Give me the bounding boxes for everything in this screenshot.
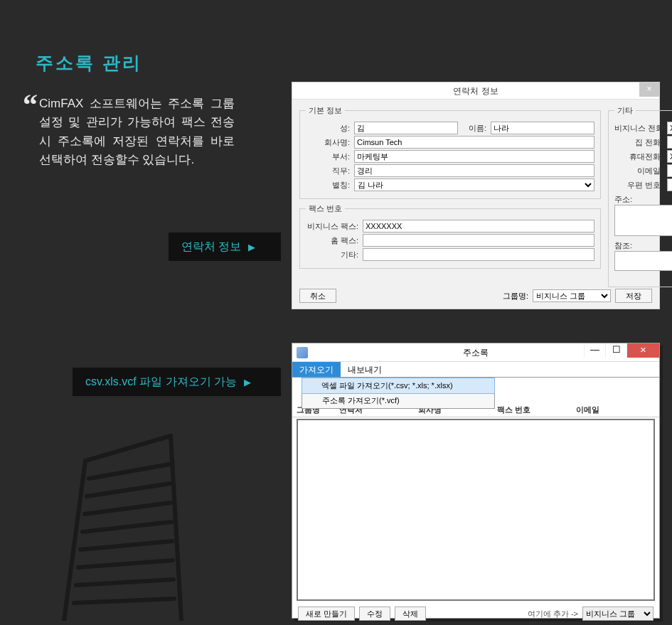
save-button[interactable]: 저장 — [615, 289, 652, 303]
ref-textarea[interactable] — [614, 251, 672, 271]
other-fax-label: 기타: — [306, 250, 358, 260]
address-label: 주소: — [614, 195, 632, 203]
window-titlebar: 주소록 — ☐ × — [292, 343, 659, 362]
fax-legend: 팩스 번호 — [306, 203, 345, 214]
biz-fax-label: 비지니스 팩스: — [306, 221, 358, 232]
maximize-button[interactable]: ☐ — [605, 343, 626, 358]
position-label: 직무: — [306, 166, 350, 176]
contact-info-label-bar: 연락처 정보 ▶ — [169, 233, 281, 261]
header-email: 이메일 — [576, 405, 655, 415]
address-textarea[interactable] — [614, 205, 672, 236]
fax-fieldset: 팩스 번호 비지니스 팩스: 홈 팩스: 기타: — [299, 203, 601, 269]
svg-line-4 — [80, 541, 172, 550]
other-fieldset: 기타 비지니스 전화: 집 전화: 휴대전화: 이메일: — [608, 105, 672, 287]
header-fax: 팩스 번호 — [497, 405, 576, 415]
dropdown-item-excel[interactable]: 엑셀 파일 가져오기(*.csv; *.xls; *.xlsx) — [302, 378, 495, 394]
svg-line-3 — [82, 522, 171, 532]
home-phone-input[interactable] — [667, 136, 672, 149]
quote-icon: “ — [23, 87, 38, 122]
address-list[interactable] — [297, 419, 655, 601]
import-file-label: csv.xls.vcf 파일 가져오기 가능 — [85, 375, 237, 390]
svg-line-5 — [78, 560, 173, 567]
import-file-label-bar: csv.xls.vcf 파일 가져오기 가능 ▶ — [73, 368, 281, 396]
dept-input[interactable] — [354, 150, 594, 163]
svg-line-6 — [76, 579, 174, 585]
biz-fax-input[interactable] — [363, 220, 594, 233]
address-book-window: 주소록 — ☐ × 가져오기 내보내기 엑셀 파일 가져오기(*.csv; *.… — [292, 343, 660, 619]
window-title: 주소록 — [463, 348, 489, 358]
dropdown-item-vcf[interactable]: 주소록 가져오기(*.vcf) — [302, 393, 494, 408]
basic-info-legend: 기본 정보 — [306, 105, 345, 116]
app-icon — [297, 347, 308, 358]
svg-line-2 — [85, 503, 171, 514]
triangle-icon: ▶ — [244, 377, 251, 388]
menu-import[interactable]: 가져오기 — [292, 362, 341, 377]
window-footer: 새로 만들기 수정 삭제 여기에 추가 -> 비지니스 그룹 — [292, 604, 659, 624]
svg-line-0 — [89, 464, 169, 479]
zip-input[interactable] — [667, 178, 672, 191]
name-label: 이름: — [458, 123, 486, 134]
email-input[interactable] — [667, 164, 672, 177]
alias-label: 별칭: — [306, 180, 350, 191]
footer-group-select[interactable]: 비지니스 그룹 — [582, 607, 654, 621]
delete-button[interactable]: 삭제 — [395, 607, 426, 621]
page-title: 주소록 관리 — [36, 51, 142, 75]
mobile-label: 휴대전화: — [614, 151, 663, 162]
name-input[interactable] — [491, 122, 594, 134]
biz-phone-label: 비지니스 전화: — [614, 123, 663, 134]
basic-info-fieldset: 기본 정보 성: 이름: 회사명: 부서: 직무: — [299, 105, 601, 199]
dialog-titlebar: 연락처 정보 × — [292, 82, 659, 100]
building-illustration — [43, 432, 199, 621]
import-dropdown: 엑셀 파일 가져오기(*.csv; *.xls; *.xlsx) 주소록 가져오… — [302, 378, 495, 409]
biz-phone-input[interactable] — [667, 122, 672, 134]
page-description: CimFAX 소프트웨어는 주소록 그룹 설정 및 관리가 가능하여 팩스 전송… — [39, 95, 235, 169]
contact-info-label: 연락처 정보 — [181, 240, 241, 255]
close-button[interactable]: × — [626, 343, 659, 358]
position-input[interactable] — [354, 164, 594, 177]
new-button[interactable]: 새로 만들기 — [298, 607, 355, 621]
add-here-label: 여기에 추가 -> — [528, 609, 578, 619]
company-label: 회사명: — [306, 137, 350, 148]
edit-button[interactable]: 수정 — [359, 607, 390, 621]
email-label: 이메일: — [614, 166, 663, 176]
menu-bar: 가져오기 내보내기 — [292, 362, 659, 378]
group-select[interactable]: 비지니스 그룹 — [533, 289, 611, 302]
close-button[interactable]: × — [639, 82, 659, 97]
contact-info-dialog: 연락처 정보 × 기본 정보 성: 이름: 회사명: 부서: — [292, 82, 660, 309]
cancel-button[interactable]: 취소 — [299, 289, 336, 303]
ref-label: 참조: — [614, 241, 632, 250]
surname-input[interactable] — [354, 122, 458, 134]
home-fax-input[interactable] — [363, 234, 594, 247]
surname-label: 성: — [306, 123, 350, 134]
other-fax-input[interactable] — [363, 248, 594, 261]
minimize-button[interactable]: — — [584, 343, 605, 358]
alias-select[interactable]: 김 나라 — [354, 178, 594, 191]
group-label: 그룹명: — [503, 291, 528, 301]
home-fax-label: 홈 팩스: — [306, 235, 358, 246]
company-input[interactable] — [354, 136, 594, 149]
home-phone-label: 집 전화: — [614, 137, 663, 148]
other-legend: 기타 — [614, 105, 636, 116]
dialog-title: 연락처 정보 — [453, 86, 498, 96]
svg-line-7 — [74, 599, 174, 603]
mobile-input[interactable] — [667, 150, 672, 163]
menu-export[interactable]: 내보내기 — [341, 362, 389, 377]
zip-label: 우편 번호: — [614, 180, 663, 191]
svg-line-1 — [87, 484, 170, 496]
triangle-icon: ▶ — [248, 242, 255, 252]
dept-label: 부서: — [306, 151, 350, 162]
